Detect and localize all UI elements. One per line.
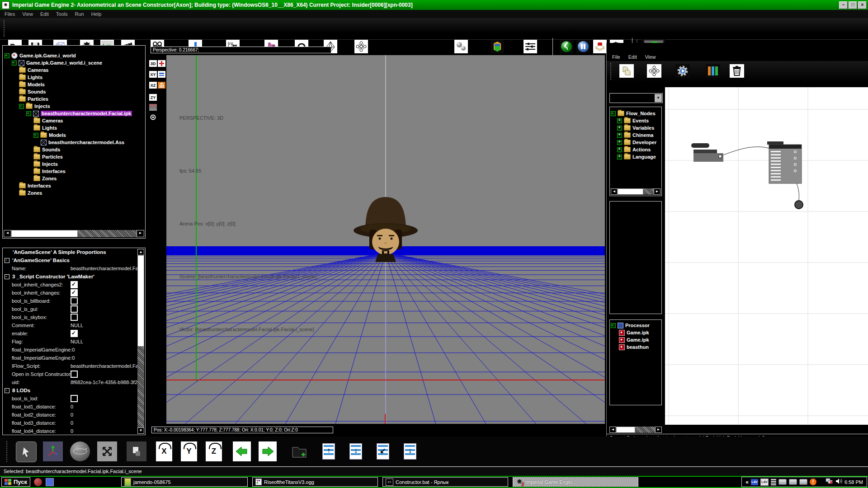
properties-v-scrollbar[interactable]: ▲ ▼ bbox=[137, 249, 144, 434]
new-folder-icon[interactable] bbox=[289, 441, 309, 461]
viewport-3d[interactable]: PERSPECTIVE: 3D fps: 54.55 Arena Pos: x[… bbox=[166, 55, 605, 424]
tree-item-cameras2[interactable]: Cameras bbox=[3, 117, 145, 124]
tree-item-lights2[interactable]: Lights bbox=[3, 124, 145, 131]
view-xy-button[interactable]: XY bbox=[149, 71, 157, 78]
building-icon[interactable] bbox=[158, 82, 165, 89]
trash-icon[interactable] bbox=[730, 64, 744, 78]
tree-item-particles2[interactable]: Particles bbox=[3, 153, 145, 160]
redo-icon[interactable] bbox=[259, 441, 277, 461]
maximize-button[interactable]: □ bbox=[849, 1, 857, 9]
scroll-up-icon[interactable]: ▲ bbox=[137, 249, 144, 255]
lav-blue-icon[interactable]: LAV bbox=[751, 479, 758, 485]
gear-run-icon[interactable] bbox=[675, 64, 690, 78]
rotate-z-button[interactable]: Z bbox=[206, 441, 222, 461]
filmstrip-icon[interactable] bbox=[771, 479, 776, 485]
flow-tree-h-scrollbar[interactable]: ◄ ► bbox=[611, 188, 660, 195]
tree-item-interfaces[interactable]: Interfaces bbox=[3, 182, 145, 189]
tree-item-models[interactable]: Models bbox=[3, 81, 145, 88]
scrollbar-thumb[interactable] bbox=[137, 255, 144, 347]
network-disconnected-icon[interactable] bbox=[826, 478, 833, 486]
menu-help[interactable]: Help bbox=[91, 11, 102, 17]
tree-item-injects[interactable]: Injects bbox=[3, 103, 145, 110]
flow-tree-actions[interactable]: Actions bbox=[610, 146, 661, 153]
tree-item-sounds2[interactable]: Sounds bbox=[3, 146, 145, 153]
tree-item-sounds[interactable]: Sounds bbox=[3, 88, 145, 95]
columns-icon[interactable] bbox=[706, 64, 720, 78]
flow-node-action[interactable] bbox=[767, 141, 802, 183]
scrollbar-thumb[interactable] bbox=[616, 427, 635, 433]
undo-icon[interactable] bbox=[233, 441, 251, 461]
pipeline-down-icon[interactable]: ↓ bbox=[346, 441, 366, 461]
flow-tree-variables[interactable]: Variables bbox=[610, 124, 661, 131]
flow-tree-developer[interactable]: Developer bbox=[610, 139, 661, 146]
collapse-icon[interactable] bbox=[5, 258, 9, 263]
view-zy-button[interactable]: ZY bbox=[149, 94, 157, 101]
flow-tree-events[interactable]: Events bbox=[610, 117, 661, 124]
flow-pages-icon[interactable] bbox=[619, 64, 634, 78]
expander-icon[interactable] bbox=[26, 111, 31, 116]
processor-item[interactable]: Game.ipk bbox=[610, 336, 661, 343]
collapse-icon[interactable] bbox=[5, 388, 9, 393]
quicklaunch-app-icon[interactable] bbox=[46, 478, 54, 486]
tree-item-beasthunter-facial[interactable]: beasthuntercharactermodel.Facial.ipk bbox=[3, 110, 145, 117]
checkbox[interactable] bbox=[71, 314, 78, 321]
stop-layers-icon[interactable] bbox=[593, 40, 607, 53]
pipeline-transfer-icon[interactable]: ↙ bbox=[373, 441, 393, 461]
tree-h-scrollbar[interactable]: ◄ ► bbox=[4, 230, 144, 237]
expander-icon[interactable] bbox=[617, 147, 622, 152]
flow-menu-edit[interactable]: Edit bbox=[628, 54, 637, 60]
tree-item-interfaces2[interactable]: Interfaces bbox=[3, 168, 145, 175]
flow-tree-root[interactable]: Flow_Nodes bbox=[610, 110, 661, 117]
scroll-left-icon[interactable]: ◄ bbox=[611, 188, 618, 195]
tree-item-models2[interactable]: Models bbox=[3, 131, 145, 139]
tree-item-beasthunter-ass[interactable]: beasthuntercharactermodel.Ass bbox=[3, 139, 145, 146]
run-icon[interactable] bbox=[560, 40, 573, 53]
expander-icon[interactable] bbox=[617, 118, 622, 123]
drive-icon[interactable] bbox=[799, 479, 807, 485]
task-riseofthetitans[interactable]: RiseoftheTitansV3.ogg bbox=[252, 477, 378, 487]
physics-spheres-icon[interactable] bbox=[454, 40, 468, 53]
menu-edit[interactable]: Edit bbox=[40, 11, 49, 17]
flow-menu-file[interactable]: File bbox=[612, 54, 620, 60]
expander-icon[interactable] bbox=[611, 111, 616, 116]
view-xz-button[interactable]: XZ bbox=[149, 82, 157, 89]
node-graph-icon[interactable] bbox=[647, 64, 661, 78]
node-graph-canvas[interactable] bbox=[665, 87, 868, 425]
menu-files[interactable]: Files bbox=[5, 11, 15, 17]
scroll-left-icon[interactable]: ◄ bbox=[4, 230, 11, 237]
properties-section[interactable]: 8 LODs bbox=[3, 386, 145, 394]
processor-root[interactable]: Processor bbox=[610, 322, 661, 329]
flow-tree-chinema[interactable]: Chinema bbox=[610, 131, 661, 139]
volume-icon[interactable] bbox=[835, 478, 842, 486]
tree-item-cameras[interactable]: Cameras bbox=[3, 66, 145, 74]
view-3d-button[interactable]: 3D bbox=[149, 60, 157, 67]
checkbox[interactable] bbox=[71, 330, 78, 337]
minimize-button[interactable]: – bbox=[839, 1, 848, 9]
pipeline-up-icon[interactable]: ↑ bbox=[319, 441, 339, 461]
lav-gray-icon[interactable]: LAV bbox=[760, 479, 769, 486]
tree-item-particles[interactable]: Particles bbox=[3, 95, 145, 103]
menu-tools[interactable]: Tools bbox=[56, 11, 68, 17]
menu-run[interactable]: Run bbox=[75, 11, 84, 17]
pipeline-drop-icon[interactable]: ↓ bbox=[400, 441, 420, 461]
task-constructor-bat[interactable]: c:\ Constructor.bat - Ярлык bbox=[382, 477, 508, 487]
flow-h-scrollbar[interactable]: ◄ ► bbox=[609, 427, 662, 433]
task-jamendo[interactable]: jamendo-058675 bbox=[121, 477, 248, 487]
blue-lines-icon[interactable] bbox=[158, 71, 165, 78]
rect-tool-icon[interactable] bbox=[127, 441, 146, 461]
expander-icon[interactable] bbox=[617, 133, 622, 138]
checkbox[interactable] bbox=[71, 395, 78, 402]
chevron-down-icon[interactable]: ▼ bbox=[655, 94, 662, 102]
color-cube-icon[interactable] bbox=[491, 40, 504, 53]
scroll-right-icon[interactable]: ► bbox=[655, 427, 662, 433]
scrollbar-thumb[interactable] bbox=[618, 188, 643, 195]
expander-icon[interactable] bbox=[33, 133, 38, 138]
expander-icon[interactable] bbox=[617, 126, 622, 131]
checkbox[interactable] bbox=[71, 297, 78, 305]
scroll-left-icon[interactable]: ◄ bbox=[609, 427, 616, 433]
alert-icon[interactable]: ! bbox=[810, 479, 816, 485]
rotate-y-button[interactable]: Y bbox=[181, 441, 197, 461]
pause-icon[interactable] bbox=[576, 40, 590, 53]
task-imperial-engine[interactable]: 2 Imperial Game Engin... bbox=[513, 477, 638, 487]
tree-item-zones2[interactable]: Zones bbox=[3, 175, 145, 182]
